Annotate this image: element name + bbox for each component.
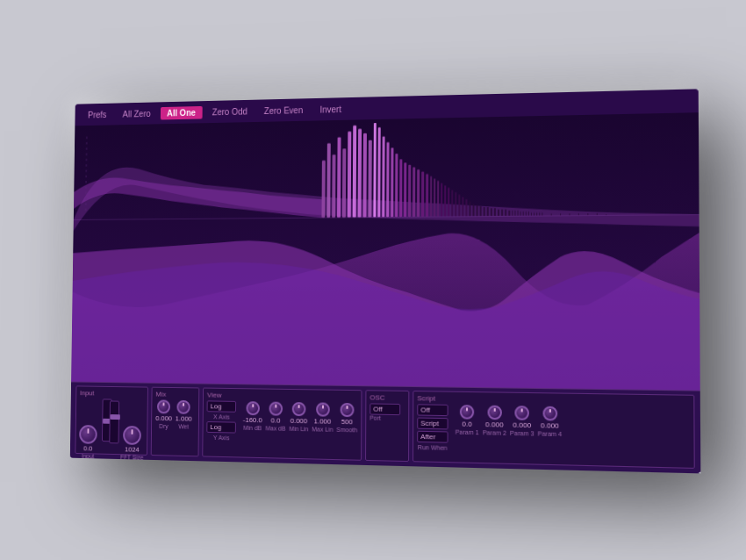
param3-knob[interactable] (514, 406, 529, 420)
svg-rect-48 (514, 210, 515, 216)
min-lin-label: Min Lin (289, 426, 308, 432)
svg-rect-38 (480, 206, 482, 217)
dry-value: 0.000 (155, 414, 172, 422)
nav-invert[interactable]: Invert (313, 103, 348, 117)
nav-all-one[interactable]: All One (161, 105, 203, 119)
svg-rect-20 (412, 167, 415, 217)
mix-group-label: Mix (155, 391, 166, 398)
svg-rect-39 (484, 207, 485, 217)
min-db-knob[interactable] (246, 401, 260, 415)
smooth-label: Smooth (336, 427, 357, 434)
svg-rect-43 (498, 209, 499, 216)
nav-all-zero[interactable]: All Zero (116, 107, 157, 120)
svg-rect-55 (534, 212, 534, 216)
param2-value: 0.000 (485, 420, 504, 429)
svg-rect-15 (391, 147, 393, 217)
max-lin-knob[interactable] (316, 402, 330, 416)
input-group-label: Input (80, 389, 94, 397)
svg-rect-22 (421, 171, 424, 217)
svg-rect-63 (587, 213, 588, 216)
run-when-dropdown[interactable]: After (417, 431, 448, 443)
svg-rect-64 (597, 213, 598, 216)
svg-rect-24 (430, 176, 432, 217)
svg-rect-10 (368, 140, 371, 218)
svg-rect-18 (404, 162, 406, 217)
input-group: Input 0.0 Input (75, 385, 148, 456)
param4-knob[interactable] (542, 406, 557, 421)
svg-rect-14 (386, 142, 389, 217)
svg-rect-52 (526, 212, 527, 216)
y-axis-label: Y Axis (206, 434, 236, 442)
param3-value: 0.000 (513, 421, 531, 430)
svg-rect-17 (399, 159, 402, 217)
param4-value: 0.000 (541, 421, 559, 430)
svg-rect-60 (560, 213, 561, 216)
script-type-dropdown[interactable]: Script (417, 418, 448, 430)
view-group-label: View (207, 391, 221, 399)
waveform-visualization (71, 112, 700, 390)
param3-label: Param 3 (510, 430, 534, 437)
svg-rect-26 (437, 181, 439, 217)
nav-zero-odd[interactable]: Zero Odd (205, 104, 254, 118)
param2-knob[interactable] (487, 406, 501, 420)
svg-rect-57 (539, 212, 540, 216)
svg-rect-13 (382, 136, 384, 217)
svg-rect-53 (528, 212, 529, 216)
plugin-body: Prefs All Zero All One Zero Odd Zero Eve… (70, 89, 701, 473)
svg-rect-47 (512, 211, 513, 217)
svg-rect-41 (491, 208, 492, 216)
svg-rect-23 (426, 174, 428, 217)
max-lin-label: Max Lin (312, 426, 333, 433)
svg-rect-37 (477, 205, 478, 216)
param1-label: Param 1 (455, 429, 479, 436)
min-db-value: -160.0 (243, 416, 262, 424)
output-knob[interactable] (123, 426, 141, 445)
script-group-label: Script (417, 394, 435, 402)
max-db-knob[interactable] (269, 402, 283, 416)
param1-knob[interactable] (460, 405, 474, 420)
min-lin-knob[interactable] (292, 402, 306, 416)
svg-rect-6 (348, 132, 351, 218)
min-db-label: Min dB (243, 425, 262, 431)
svg-rect-3 (332, 154, 335, 218)
svg-rect-31 (455, 192, 456, 217)
nav-prefs[interactable]: Prefs (82, 108, 113, 121)
svg-rect-9 (363, 133, 367, 218)
svg-rect-51 (523, 212, 524, 216)
x-axis-dropdown[interactable]: Log (207, 400, 237, 412)
fft-label: FFT Size (120, 454, 143, 460)
svg-rect-34 (465, 199, 467, 217)
nav-zero-even[interactable]: Zero Even (257, 104, 310, 118)
input-knob[interactable] (79, 425, 97, 444)
svg-rect-4 (337, 137, 341, 217)
svg-rect-12 (377, 127, 380, 217)
osc-group: OSC Off Port (365, 390, 409, 462)
svg-rect-58 (542, 212, 542, 216)
smooth-value: 500 (341, 418, 353, 426)
y-axis-dropdown[interactable]: Log (207, 421, 237, 434)
svg-rect-32 (458, 194, 460, 216)
fader-right[interactable] (109, 401, 119, 444)
svg-rect-33 (462, 197, 463, 217)
svg-rect-28 (444, 185, 446, 217)
fft-value: 1024 (125, 446, 140, 454)
wet-knob[interactable] (177, 400, 190, 414)
svg-rect-30 (451, 190, 453, 217)
smooth-knob[interactable] (340, 403, 354, 417)
svg-rect-11 (373, 123, 376, 218)
svg-rect-21 (417, 169, 420, 217)
view-group: View Log X Axis Log Y Axis -160.0 Min dB (203, 388, 362, 461)
display-area (71, 112, 700, 390)
svg-rect-54 (531, 212, 532, 216)
run-mode-dropdown[interactable]: Off (417, 404, 448, 416)
port-dropdown[interactable]: Off (369, 403, 400, 415)
svg-rect-16 (395, 154, 398, 217)
svg-rect-25 (434, 178, 435, 217)
svg-rect-59 (551, 213, 552, 216)
wet-value: 1.000 (176, 414, 192, 422)
svg-rect-36 (473, 204, 475, 217)
svg-rect-2 (326, 143, 330, 218)
svg-rect-5 (342, 148, 346, 217)
dry-knob[interactable] (157, 399, 170, 413)
min-lin-value: 0.000 (291, 417, 308, 425)
